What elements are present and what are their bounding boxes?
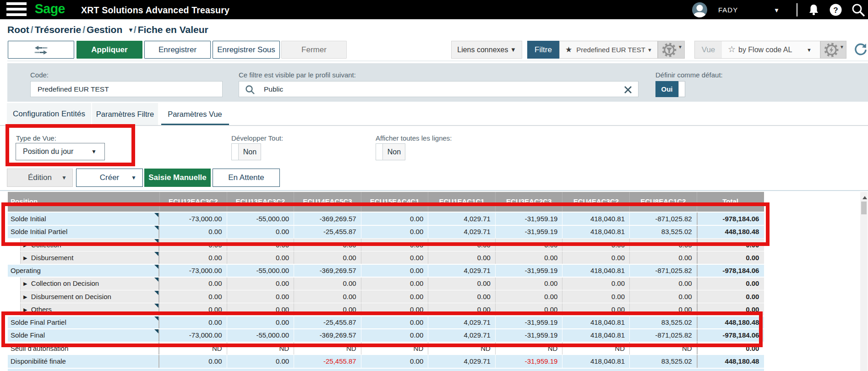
svg-text:?: ?: [833, 6, 838, 15]
svg-text:Sage: Sage: [35, 1, 65, 16]
